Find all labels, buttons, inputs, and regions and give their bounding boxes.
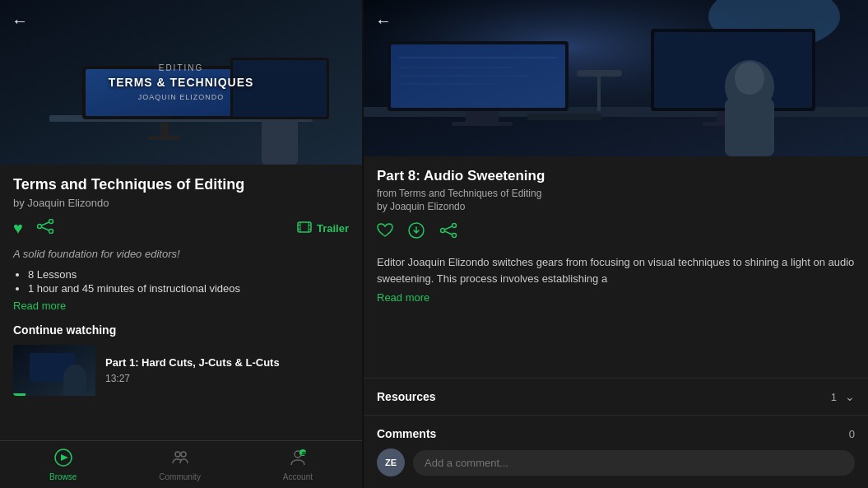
account-label: Account bbox=[283, 472, 313, 481]
svg-point-12 bbox=[49, 230, 53, 234]
back-button-left[interactable]: ← bbox=[12, 12, 28, 30]
video-thumbnail bbox=[13, 345, 95, 396]
bullet-lessons: 8 Lessons bbox=[28, 268, 349, 281]
svg-rect-41 bbox=[466, 111, 499, 123]
svg-rect-16 bbox=[298, 222, 311, 232]
resources-label: Resources bbox=[377, 390, 436, 403]
episode-scene-svg bbox=[364, 0, 868, 156]
community-svg bbox=[171, 448, 189, 467]
svg-rect-48 bbox=[577, 70, 622, 77]
film-svg bbox=[297, 221, 312, 233]
video-title: Part 1: Hard Cuts, J-Cuts & L-Cuts bbox=[105, 356, 280, 370]
community-icon bbox=[171, 448, 189, 471]
back-button-right[interactable]: ← bbox=[375, 12, 392, 30]
bullet-duration: 1 hour and 45 minutes of instructional v… bbox=[28, 282, 349, 295]
svg-rect-52 bbox=[527, 114, 601, 120]
resources-right: 1 ⌄ bbox=[831, 390, 855, 403]
svg-point-11 bbox=[49, 220, 53, 224]
comment-input[interactable] bbox=[413, 450, 855, 476]
continue-watching-label: Continue watching bbox=[13, 323, 349, 337]
svg-point-29 bbox=[175, 452, 180, 457]
heart-icon[interactable]: ♥ bbox=[13, 219, 23, 238]
episode-author: by Joaquin Elizondo bbox=[377, 201, 855, 212]
trailer-button[interactable]: Trailer bbox=[297, 221, 349, 236]
episode-title: Part 8: Audio Sweetening bbox=[377, 168, 855, 184]
svg-line-14 bbox=[41, 222, 49, 225]
nav-community[interactable]: Community bbox=[159, 448, 201, 481]
episode-content: Part 8: Audio Sweetening from Terms and … bbox=[364, 156, 868, 378]
browse-icon bbox=[54, 448, 72, 471]
comments-count: 0 bbox=[849, 428, 855, 440]
svg-rect-42 bbox=[452, 122, 513, 126]
share-svg bbox=[36, 219, 54, 234]
episode-heart-icon[interactable] bbox=[377, 223, 393, 242]
thumb-course-author: JOAQUIN ELIZONDO bbox=[109, 93, 254, 101]
community-label: Community bbox=[159, 472, 201, 481]
course-tagline: A solid foundation for video editors! bbox=[13, 248, 349, 260]
episode-description: Editor Joaquin Elizondo switches gears f… bbox=[377, 254, 855, 286]
share-icon[interactable] bbox=[36, 219, 54, 238]
trailer-label: Trailer bbox=[317, 222, 349, 235]
episode-share-icon[interactable] bbox=[439, 223, 457, 242]
svg-point-59 bbox=[453, 234, 457, 238]
thumb-inner bbox=[13, 345, 95, 396]
episode-read-more[interactable]: Read more bbox=[377, 291, 855, 304]
svg-text:2E: 2E bbox=[301, 451, 307, 456]
video-progress-bar bbox=[13, 393, 26, 396]
svg-point-60 bbox=[441, 229, 445, 233]
course-author: by Joaquin Elizondo bbox=[13, 197, 349, 209]
episode-action-row bbox=[377, 222, 855, 243]
comment-input-row: ZE bbox=[364, 448, 868, 488]
svg-point-51 bbox=[735, 62, 764, 95]
right-panel: ← bbox=[364, 0, 868, 488]
thumb-editing-label: EDITING bbox=[109, 63, 254, 72]
video-duration: 13:27 bbox=[105, 373, 280, 384]
svg-line-62 bbox=[444, 231, 452, 235]
play-circle-svg bbox=[54, 448, 72, 467]
episode-from: from Terms and Techniques of Editing bbox=[377, 188, 855, 199]
svg-rect-3 bbox=[148, 136, 181, 140]
svg-point-30 bbox=[181, 452, 186, 457]
nav-account[interactable]: 2E Account bbox=[283, 448, 313, 481]
account-icon: 2E bbox=[289, 448, 307, 471]
svg-rect-8 bbox=[262, 115, 298, 165]
svg-point-58 bbox=[453, 224, 457, 228]
user-avatar: ZE bbox=[377, 448, 405, 476]
svg-line-15 bbox=[41, 227, 49, 230]
course-title: Terms and Techniques of Editing bbox=[13, 176, 349, 193]
course-thumb-text: EDITING TERMS & TECHNIQUES JOAQUIN ELIZO… bbox=[109, 63, 254, 101]
nav-browse[interactable]: Browse bbox=[49, 448, 77, 481]
course-info: Terms and Techniques of Editing by Joaqu… bbox=[0, 165, 362, 323]
course-thumbnail: EDITING TERMS & TECHNIQUES JOAQUIN ELIZO… bbox=[0, 0, 362, 165]
browse-label: Browse bbox=[49, 472, 77, 481]
svg-rect-26 bbox=[63, 381, 86, 396]
resources-section[interactable]: Resources 1 ⌄ bbox=[364, 378, 868, 415]
comments-header: Comments 0 bbox=[364, 416, 868, 448]
episode-thumbnail bbox=[364, 0, 868, 156]
thumb-course-title: TERMS & TECHNIQUES bbox=[109, 76, 254, 90]
film-icon bbox=[297, 221, 312, 236]
svg-rect-47 bbox=[597, 74, 601, 111]
bottom-navigation: Browse Community 2E bbox=[0, 440, 362, 488]
continue-watching-section: Continue watching bbox=[0, 323, 362, 396]
resources-count: 1 bbox=[831, 391, 837, 403]
svg-rect-50 bbox=[725, 99, 774, 156]
course-bullets: 8 Lessons 1 hour and 45 minutes of instr… bbox=[13, 268, 349, 295]
heart-svg bbox=[377, 223, 393, 238]
ep-share-svg bbox=[439, 223, 457, 238]
download-svg bbox=[408, 222, 425, 239]
svg-line-61 bbox=[444, 226, 452, 230]
comments-section: Comments 0 ZE bbox=[364, 415, 868, 488]
course-action-row: ♥ bbox=[13, 219, 349, 238]
download-icon[interactable] bbox=[408, 222, 425, 243]
left-panel: ← bbox=[0, 0, 362, 488]
video-info: Part 1: Hard Cuts, J-Cuts & L-Cuts 13:27 bbox=[105, 356, 280, 385]
svg-point-13 bbox=[37, 225, 41, 229]
svg-marker-28 bbox=[61, 454, 68, 461]
continue-watching-card[interactable]: Part 1: Hard Cuts, J-Cuts & L-Cuts 13:27 bbox=[13, 345, 349, 396]
read-more-button[interactable]: Read more bbox=[13, 300, 349, 312]
chevron-down-icon: ⌄ bbox=[845, 390, 855, 403]
account-svg: 2E bbox=[289, 448, 307, 467]
video-thumb-svg bbox=[13, 345, 95, 396]
comments-label: Comments bbox=[377, 427, 436, 440]
